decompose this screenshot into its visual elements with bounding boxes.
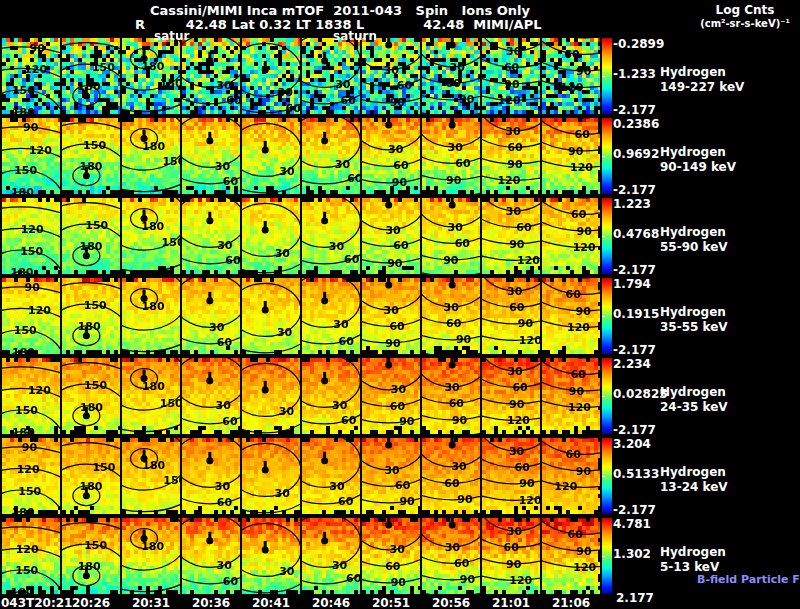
row-label: Hydrogen35-55 keV [660,305,728,335]
sky-map-panel [2,518,60,594]
colorbar-value-bottom: 2.177 [616,591,654,605]
row-label-species: Hydrogen [660,465,728,480]
colorbar-value-top: 3.204 [613,437,651,451]
sky-map-panel [422,118,480,194]
sky-map-panel [242,438,300,514]
sky-map-panel [182,518,240,594]
page-title: Cassini/MIMI Inca mTOF 2011-043 Spin Ion… [150,3,530,18]
colorbar-value-bottom: -2.177 [613,503,656,517]
sky-map-panel [122,38,180,114]
sky-map-panel [182,278,240,354]
row-label: Hydrogen149-227 keV [660,65,744,95]
sky-map-panel [482,438,540,514]
sky-map-panel [542,118,600,194]
row-label-species: Hydrogen [660,385,728,400]
sky-map-panel [542,358,600,434]
colorbar-value-top: 4.781 [613,517,651,531]
colorbar-value-mid: 0.1915 [613,307,659,321]
row-label: Hydrogen24-35 keV [660,385,728,415]
sky-map-panel [182,118,240,194]
sky-map-panel [2,438,60,514]
colorbar-value-top: 1.794 [613,277,651,291]
row-label-energy: 24-35 keV [660,400,728,415]
sky-map-panel [62,438,120,514]
saturn-label-center: saturn [333,29,377,43]
sky-map-panel [242,38,300,114]
sky-map-panel [302,278,360,354]
colorbar [602,518,612,594]
time-label: 20:36 [181,596,241,609]
sky-map-panel [62,518,120,594]
sky-map-panel [242,278,300,354]
row-label-species: Hydrogen [660,225,728,240]
colorbar-title-line1: Log Cnts [690,3,800,17]
sky-map-panel [362,118,420,194]
row-label: Hydrogen13-24 keV [660,465,728,495]
sky-map-panel [422,278,480,354]
time-label: 20:46 [301,596,361,609]
sky-map-panel [62,118,120,194]
sky-map-panel [542,438,600,514]
sky-map-panel [482,278,540,354]
sky-map-panel [482,198,540,274]
colorbar [602,278,612,354]
sky-map-panel [482,118,540,194]
row-label-energy: 13-24 keV [660,480,728,495]
sky-map-panel [302,438,360,514]
sky-map-panel [302,358,360,434]
sky-map-panel [2,278,60,354]
row-label-species: Hydrogen [660,65,744,80]
colorbar-value-mid: 0.9692 [613,147,659,161]
colorbar-value-mid: -1.233 [613,67,656,81]
sky-map-panel [542,278,600,354]
sky-map-panel [62,358,120,434]
sky-map-panel [542,518,600,594]
sky-map-panel [182,38,240,114]
colorbar-title: Log Cnts (cm²-sr-s-keV)⁻¹ [690,3,800,29]
colorbar [602,38,612,114]
sky-map-panel [362,518,420,594]
saturn-label-left: satur [154,29,189,43]
colorbar-value-bottom: -2.177 [613,423,656,437]
sky-map-panel [242,518,300,594]
sky-map-panel [302,118,360,194]
time-label: 043T20:21 [1,596,61,609]
colorbar-value-bottom: -2.177 [613,103,656,117]
colorbar-value-mid: 1.302 [613,547,651,561]
sky-map-panel [2,198,60,274]
sky-map-panel [422,38,480,114]
sky-map-panel [302,38,360,114]
sky-map-panel [542,38,600,114]
colorbar [602,198,612,274]
row-label-species: Hydrogen [660,545,726,560]
sky-map-panel [422,358,480,434]
sky-map-panel [542,198,600,274]
sky-map-panel [302,198,360,274]
sky-map-panel [362,358,420,434]
colorbar-title-line2: (cm²-sr-s-keV)⁻¹ [690,18,800,29]
colorbar-value-bottom: -2.177 [613,263,656,277]
sky-map-panel [62,38,120,114]
sky-map-panel [122,518,180,594]
colorbar-value-bottom: -2.177 [613,183,656,197]
row-label: Hydrogen55-90 keV [660,225,728,255]
colorbar-value-top: 2.234 [613,357,651,371]
row-label-species: Hydrogen [660,305,728,320]
sky-map-panel [122,198,180,274]
time-label: 21:01 [481,596,541,609]
colorbar [602,358,612,434]
sky-map-panel [122,438,180,514]
inca-spectrogram-view: Cassini/MIMI Inca mTOF 2011-043 Spin Ion… [0,0,800,609]
sky-map-panel [182,438,240,514]
time-label: 20:31 [121,596,181,609]
colorbar-value-top: 0.2386 [613,117,659,131]
sky-map-panel [242,358,300,434]
sky-map-panel [362,438,420,514]
colorbar-value-top: 1.223 [613,197,651,211]
sky-map-panel [62,278,120,354]
bfield-flow-label: B-field Particle Flow [697,573,800,586]
sky-map-panel [422,518,480,594]
colorbar [602,438,612,514]
sky-map-panel [122,118,180,194]
sky-map-panel [482,38,540,114]
